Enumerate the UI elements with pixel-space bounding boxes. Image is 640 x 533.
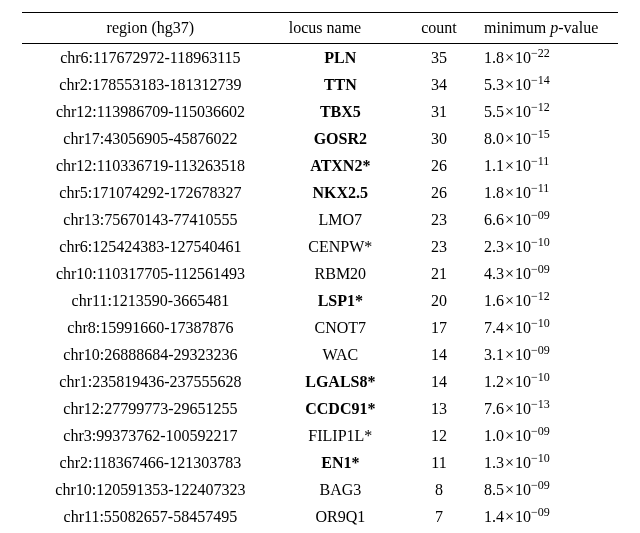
pvalue-exponent: −09 bbox=[531, 261, 550, 275]
table-body: chr6:117672972-118963115PLN351.8×10−22ch… bbox=[22, 44, 618, 534]
table-row: chr17:43056905-45876022GOSR2308.0×10−15 bbox=[22, 125, 618, 152]
header-count: count bbox=[402, 13, 476, 44]
table-row: chr13:75670143-77410555LMO7236.6×10−09 bbox=[22, 206, 618, 233]
cell-pvalue: 3.1×10−09 bbox=[476, 341, 618, 368]
times-icon: × bbox=[504, 103, 515, 120]
cell-count: 14 bbox=[402, 341, 476, 368]
times-icon: × bbox=[504, 265, 515, 282]
table-row: chr6:125424383-127540461CENPW*232.3×10−1… bbox=[22, 233, 618, 260]
cell-region: chr5:171074292-172678327 bbox=[22, 179, 279, 206]
pvalue-exponent: −09 bbox=[531, 342, 550, 356]
cell-count: 20 bbox=[402, 287, 476, 314]
cell-locus: GOSR2 bbox=[279, 125, 402, 152]
table-row: chr2:118367466-121303783EN1*111.3×10−10 bbox=[22, 449, 618, 476]
cell-locus: CENPW* bbox=[279, 233, 402, 260]
pvalue-exponent: −11 bbox=[531, 153, 549, 167]
cell-count: 12 bbox=[402, 422, 476, 449]
cell-pvalue: 1.1×10−11 bbox=[476, 152, 618, 179]
table-row: chr10:110317705-112561493RBM20214.3×10−0… bbox=[22, 260, 618, 287]
pvalue-mantissa: 1.8 bbox=[484, 184, 504, 201]
times-icon: × bbox=[504, 238, 515, 255]
pvalue-mantissa: 1.1 bbox=[484, 157, 504, 174]
table-row: chr8:15991660-17387876CNOT7177.4×10−10 bbox=[22, 314, 618, 341]
pvalue-mantissa: 1.2 bbox=[484, 373, 504, 390]
cell-count: 8 bbox=[402, 476, 476, 503]
cell-locus: TBX5 bbox=[279, 98, 402, 125]
cell-region: chr3:99373762-100592217 bbox=[22, 422, 279, 449]
pvalue-exponent: −14 bbox=[531, 72, 550, 86]
pvalue-exponent: −12 bbox=[531, 288, 550, 302]
cell-region: chr12:113986709-115036602 bbox=[22, 98, 279, 125]
table-row: chr3:99373762-100592217FILIP1L*121.0×10−… bbox=[22, 422, 618, 449]
pvalue-exponent: −13 bbox=[531, 396, 550, 410]
header-region: region (hg37) bbox=[22, 13, 279, 44]
cell-count: 23 bbox=[402, 206, 476, 233]
cell-count: 26 bbox=[402, 152, 476, 179]
cell-pvalue: 1.8×10−22 bbox=[476, 44, 618, 72]
cell-pvalue: 1.0×10−09 bbox=[476, 422, 618, 449]
pvalue-mantissa: 4.3 bbox=[484, 265, 504, 282]
pvalue-exponent: −10 bbox=[531, 234, 550, 248]
table-header-row: region (hg37) locus name count minimum p… bbox=[22, 13, 618, 44]
times-icon: × bbox=[504, 319, 515, 336]
cell-region: chr17:43056905-45876022 bbox=[22, 125, 279, 152]
cell-pvalue: 1.3×10−10 bbox=[476, 449, 618, 476]
times-icon: × bbox=[504, 184, 515, 201]
cell-region: chr11:55082657-58457495 bbox=[22, 503, 279, 530]
cell-region: chr6:117672972-118963115 bbox=[22, 44, 279, 72]
pvalue-mantissa: 1.8 bbox=[484, 49, 504, 66]
times-icon: × bbox=[504, 481, 515, 498]
times-icon: × bbox=[504, 49, 515, 66]
table-row: chr11:55082657-58457495OR9Q171.4×10−09 bbox=[22, 503, 618, 530]
pvalue-exponent: −09 bbox=[531, 423, 550, 437]
cell-pvalue: 8.0×10−15 bbox=[476, 125, 618, 152]
cell-region: chr2:178553183-181312739 bbox=[22, 71, 279, 98]
pvalue-exponent: −10 bbox=[531, 315, 550, 329]
cell-pvalue: 1.8×10−11 bbox=[476, 179, 618, 206]
cell-locus: BAG3 bbox=[279, 476, 402, 503]
pvalue-base: 10 bbox=[515, 49, 531, 66]
header-pvalue-post: -value bbox=[558, 19, 598, 36]
times-icon: × bbox=[504, 211, 515, 228]
pvalue-exponent: −11 bbox=[531, 180, 549, 194]
cell-pvalue: 5.3×10−14 bbox=[476, 71, 618, 98]
cell-count: 26 bbox=[402, 179, 476, 206]
pvalue-base: 10 bbox=[515, 184, 531, 201]
cell-locus: WAC bbox=[279, 341, 402, 368]
table-row: chr6:117672972-118963115PLN351.8×10−22 bbox=[22, 44, 618, 72]
pvalue-mantissa: 8.0 bbox=[484, 130, 504, 147]
cell-region: chr12:27799773-29651255 bbox=[22, 395, 279, 422]
times-icon: × bbox=[504, 130, 515, 147]
cell-pvalue: 1.2×10−10 bbox=[476, 368, 618, 395]
pvalue-base: 10 bbox=[515, 427, 531, 444]
pvalue-mantissa: 2.3 bbox=[484, 238, 504, 255]
times-icon: × bbox=[504, 76, 515, 93]
times-icon: × bbox=[504, 454, 515, 471]
pvalue-base: 10 bbox=[515, 454, 531, 471]
cell-region: chr10:26888684-29323236 bbox=[22, 341, 279, 368]
cell-count: 35 bbox=[402, 44, 476, 72]
cell-locus: TTN bbox=[279, 71, 402, 98]
header-locus: locus name bbox=[279, 13, 402, 44]
pvalue-mantissa: 8.5 bbox=[484, 481, 504, 498]
cell-count: 23 bbox=[402, 233, 476, 260]
times-icon: × bbox=[504, 427, 515, 444]
cell-region: chr12:110336719-113263518 bbox=[22, 152, 279, 179]
cell-locus: PLN bbox=[279, 44, 402, 72]
pvalue-base: 10 bbox=[515, 157, 531, 174]
cell-region: chr13:75670143-77410555 bbox=[22, 206, 279, 233]
cell-locus: LGALS8* bbox=[279, 368, 402, 395]
cell-pvalue: 1.4×10−09 bbox=[476, 503, 618, 530]
cell-locus: LMO7 bbox=[279, 206, 402, 233]
times-icon: × bbox=[504, 373, 515, 390]
pvalue-exponent: −22 bbox=[531, 45, 550, 59]
times-icon: × bbox=[504, 157, 515, 174]
pvalue-base: 10 bbox=[515, 211, 531, 228]
pvalue-exponent: −10 bbox=[531, 450, 550, 464]
cell-locus: FILIP1L* bbox=[279, 422, 402, 449]
cell-count: 34 bbox=[402, 71, 476, 98]
cell-pvalue: 6.6×10−09 bbox=[476, 206, 618, 233]
pvalue-mantissa: 1.3 bbox=[484, 454, 504, 471]
table-row: chr12:27799773-29651255CCDC91*137.6×10−1… bbox=[22, 395, 618, 422]
pvalue-base: 10 bbox=[515, 508, 531, 525]
